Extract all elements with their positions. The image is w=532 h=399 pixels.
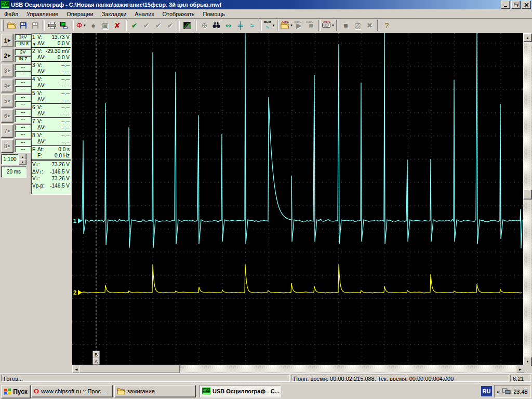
channel-7-range-box[interactable]: ---: [15, 124, 31, 131]
channel-6-arrow-icon: ▶: [8, 114, 10, 118]
taskbar-task-3[interactable]: USB Осциллограф - С...: [200, 385, 281, 397]
channel-2-range-box[interactable]: 2V: [15, 49, 31, 56]
menu-item-2[interactable]: Управление: [22, 10, 62, 18]
toolbar-accept-next-button[interactable]: ✔: [164, 20, 176, 31]
menu-item-1[interactable]: Файл: [0, 10, 22, 18]
timebase-box[interactable]: 20 ms: [1, 166, 26, 178]
language-indicator[interactable]: RU: [481, 386, 492, 396]
toolbar-script-panel-button[interactable]: A:B:C▼: [322, 20, 335, 31]
hscroll-thumb[interactable]: [79, 365, 180, 374]
tray-chevron-icon[interactable]: «: [497, 389, 500, 395]
toolbar-accept-minus-button[interactable]: ✔: [140, 20, 152, 31]
divider-spin-down-button[interactable]: ▼: [19, 159, 26, 165]
taskbar-task-1[interactable]: Owww.chipsoft.ru :: Прос...: [31, 385, 113, 397]
channel-3-range-box[interactable]: ---: [15, 64, 31, 71]
cursor-measure-line-1: V↕:-73.26 V: [32, 161, 70, 168]
toolbar-script-stop-button[interactable]: A:B:C■: [305, 20, 317, 31]
menu-item-7[interactable]: Помощь: [199, 10, 230, 18]
toolbar-accept-prev-button[interactable]: ✔: [152, 20, 164, 31]
script-panel-dropdown-arrow[interactable]: ▼: [331, 24, 335, 27]
toolbar-save-fragment-button[interactable]: [29, 20, 41, 31]
toolbar-print-screen-button[interactable]: [58, 20, 70, 31]
toolbar-whole-record-button[interactable]: ⊕: [198, 20, 210, 31]
print-icon: [48, 22, 56, 29]
channel-2-button[interactable]: 2▶: [1, 49, 14, 62]
toolbar-block-dither-button[interactable]: ▨: [352, 20, 364, 31]
toolbar-display-mode-button[interactable]: [181, 20, 193, 31]
toolbar-open-file-button[interactable]: [5, 20, 17, 31]
toolbar-grip[interactable]: [1, 20, 4, 31]
channel-5-input-box[interactable]: ---: [15, 101, 31, 108]
measure-ch7-values: V:--.-- ΔV:--.--: [37, 118, 71, 131]
toolbar-search-button[interactable]: [210, 20, 222, 31]
start-label: Пуск: [13, 388, 28, 395]
channel-row-3: 3▶------: [1, 63, 30, 78]
channel-1-range-box[interactable]: 1kV: [15, 34, 31, 41]
toolbar-fit-vertical-button[interactable]: ↭: [222, 20, 234, 31]
toolbar-save-file-button[interactable]: [17, 20, 29, 31]
channel-7-input-box[interactable]: ---: [15, 131, 31, 138]
toolbar-script-open-button[interactable]: A:B:C▼: [281, 20, 293, 31]
channel-4-input-box[interactable]: ---: [15, 86, 31, 92]
channel-5-button[interactable]: 5▶: [1, 94, 14, 108]
channel-4-range-box[interactable]: ---: [15, 79, 31, 86]
app-icon: [1, 1, 9, 8]
channel-8-button[interactable]: 8▶: [1, 139, 14, 153]
vertical-scrollbar[interactable]: ▲ ▼: [523, 33, 531, 365]
menu-item-6[interactable]: Отображать: [158, 10, 198, 18]
network-icon[interactable]: [502, 388, 511, 396]
oscilloscope-icon: [202, 388, 210, 395]
memory-icon: MEM∿: [264, 20, 271, 31]
channel-row-1: 1▶1kV- IN 8: [1, 33, 30, 48]
channel-1-button[interactable]: 1▶: [1, 34, 14, 47]
close-button[interactable]: [522, 1, 531, 9]
start-button[interactable]: Пуск: [1, 385, 31, 398]
restore-button[interactable]: [511, 1, 521, 9]
toolbar-help-button[interactable]: ?: [381, 20, 393, 31]
scope-plot[interactable]: BA12: [72, 33, 523, 365]
channel-6-range-box[interactable]: ---: [15, 109, 31, 116]
minimize-button[interactable]: [501, 1, 510, 9]
toolbar-accept-button[interactable]: ✔: [128, 20, 140, 31]
toolbar-markers-button[interactable]: ╪: [234, 20, 246, 31]
scrollbar-corner: [523, 365, 531, 373]
channel-7-button[interactable]: 7▶: [1, 124, 14, 138]
vscroll-up-button[interactable]: ▲: [523, 33, 532, 42]
clock[interactable]: 23:48: [513, 389, 528, 395]
memory-dropdown-arrow[interactable]: ▼: [272, 24, 275, 27]
horizontal-scrollbar[interactable]: ◀ ▶: [72, 365, 523, 373]
channel-row-7: 7▶------: [1, 124, 30, 139]
vscroll-thumb[interactable]: [523, 190, 532, 200]
toolbar-block-delete-button[interactable]: ✖: [364, 20, 376, 31]
toolbar-print-button[interactable]: [46, 20, 58, 31]
measure-ch2-number: 2: [31, 48, 37, 61]
channel-3-input-box[interactable]: ---: [15, 71, 31, 77]
toolbar-record-button[interactable]: Φ▼: [75, 20, 87, 31]
channel-6-button[interactable]: 6▶: [1, 109, 14, 123]
probe-divider-box[interactable]: 1:100: [1, 154, 19, 165]
channel-5-range-box[interactable]: ---: [15, 94, 31, 101]
menu-item-4[interactable]: Закладки: [98, 10, 131, 18]
channel-4-button[interactable]: 4▶: [1, 79, 14, 92]
menu-item-5[interactable]: Анализ: [130, 10, 158, 18]
save-file-icon: [20, 22, 27, 29]
channel-8-range-box[interactable]: ---: [15, 139, 31, 146]
toolbar-delete-record-button[interactable]: ✘: [111, 20, 123, 31]
channel-1-input-box[interactable]: - IN 8: [15, 41, 31, 47]
script-panel-badge: A:B:C: [323, 20, 330, 23]
record-dropdown-arrow[interactable]: ▼: [83, 24, 86, 27]
measure-ch3-values: V:--.-- ΔV:--.--: [37, 62, 71, 75]
taskbar-task-2[interactable]: зажигание: [114, 385, 196, 397]
toolbar-hold-button[interactable]: ▣: [99, 20, 111, 31]
toolbar-single-shot-button[interactable]: ●: [87, 20, 99, 31]
channel-2-input-box[interactable]: IN 7: [15, 56, 31, 62]
toolbar-levels-button[interactable]: ≈: [246, 20, 258, 31]
menu-item-3[interactable]: Операции: [62, 10, 97, 18]
toolbar-memory-button[interactable]: MEM∿▼: [263, 20, 275, 31]
toolbar-block-solid-button[interactable]: ■: [340, 20, 352, 31]
channel-8-input-box[interactable]: ---: [15, 146, 31, 153]
channel-3-button[interactable]: 3▶: [1, 64, 14, 77]
toolbar-script-play-button[interactable]: A:B:C▶: [293, 20, 305, 31]
channel-6-input-box[interactable]: ---: [15, 116, 31, 123]
toolbar: Φ▼●▣✘✔✔✔✔⊕↭╪≈MEM∿▼A:B:C▼A:B:C▶A:B:C■A:B:…: [0, 19, 532, 32]
